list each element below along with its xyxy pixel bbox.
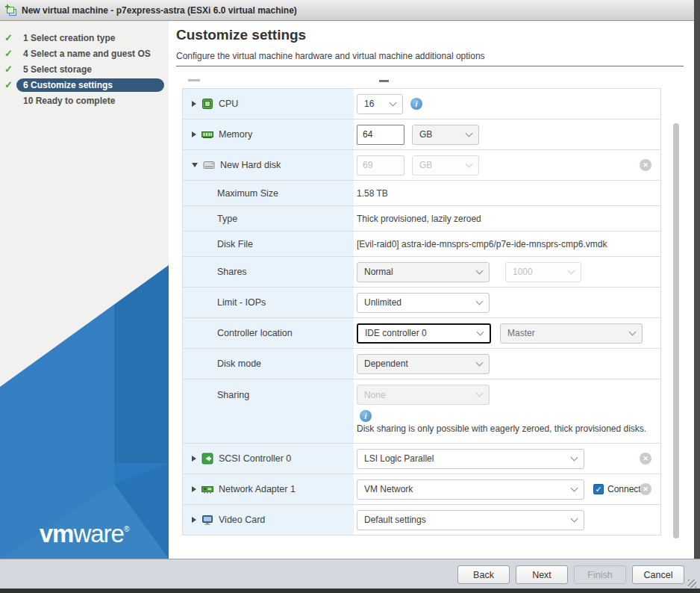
controller-position-select: Master (500, 323, 643, 344)
row-label: CPU (219, 99, 238, 109)
check-icon: ✓ (4, 48, 16, 59)
disk-mode-value-cell: Dependent (354, 349, 660, 379)
chevron-down-icon (476, 267, 484, 274)
scsi-type-select[interactable]: LSI Logic Parallel (357, 449, 584, 469)
step-label: 6 Customize settings (16, 78, 164, 92)
step-select-name-guest-os[interactable]: ✓ 4 Select a name and guest OS (4, 46, 164, 61)
table-row-disk-mode: Disk mode Dependent (183, 349, 660, 379)
vmware-logo: vmware® (0, 520, 169, 548)
resize-grip-icon[interactable] (688, 580, 696, 588)
header-divider (176, 66, 684, 66)
next-button[interactable]: Next (516, 565, 568, 584)
table-row-sharing: Sharing None i Disk sharing is only poss… (183, 379, 660, 444)
hard-disk-row-value-cell: GB ✕ (354, 150, 660, 180)
step-ready-to-complete[interactable]: 10 Ready to complete (4, 93, 164, 108)
shares-count-value: 1000 (513, 267, 533, 277)
scrollbar-thumb[interactable] (673, 123, 679, 538)
network-select[interactable]: VM Network (357, 479, 584, 500)
chevron-down-icon (390, 99, 397, 106)
table-row-network-adapter: Network Adapter 1 VM Network ✓ Connect ✕ (183, 474, 660, 505)
network-adapter-icon (201, 483, 213, 495)
step-label: 1 Select creation type (16, 31, 122, 45)
cpu-count-value: 16 (364, 99, 374, 109)
sharing-value-cell: None i Disk sharing is only possible wit… (354, 379, 660, 443)
window-right-edge (694, 0, 700, 559)
cpu-count-select[interactable]: 16 (357, 94, 403, 114)
memory-row-label-cell: Memory (183, 119, 354, 149)
table-row-type: Type Thick provisioned, lazily zeroed (183, 206, 660, 232)
cancel-button[interactable]: Cancel (632, 565, 684, 584)
clipped-text-fragment (188, 79, 200, 81)
cpu-row-label-cell: CPU (183, 89, 354, 119)
controller-location-value-cell: IDE controller 0 Master (354, 318, 660, 348)
remove-device-icon[interactable]: ✕ (640, 483, 651, 495)
expand-arrow-icon[interactable] (192, 486, 196, 492)
step-select-storage[interactable]: ✓ 5 Select storage (4, 61, 164, 77)
wizard-steps: ✓ 1 Select creation type ✓ 4 Select a na… (4, 30, 164, 108)
page-title: Customize settings (176, 27, 306, 43)
row-label: Disk mode (217, 358, 261, 369)
new-vm-wizard-window: New virtual machine - p7express-astra (E… (0, 0, 700, 593)
window-title: New virtual machine - p7express-astra (E… (22, 5, 297, 16)
table-row-memory: Memory GB (183, 119, 660, 150)
memory-size-input[interactable] (357, 125, 404, 145)
expand-arrow-icon[interactable] (192, 101, 196, 107)
shares-select[interactable]: Normal (357, 262, 490, 282)
remove-device-icon[interactable]: ✕ (640, 453, 651, 465)
network-row-label-cell: Network Adapter 1 (183, 474, 354, 504)
network-value: VM Network (364, 484, 413, 494)
controller-location-label-cell: Controller location (183, 318, 354, 348)
shares-value-cell: Normal 1000 (354, 257, 660, 287)
type-value-cell: Thick provisioned, lazily zeroed (354, 206, 660, 231)
disk-unit-select: GB (412, 155, 479, 176)
step-select-creation-type[interactable]: ✓ 1 Select creation type (4, 30, 164, 46)
disk-file-label-cell: Disk File (183, 232, 354, 256)
row-label: Sharing (217, 390, 249, 400)
shares-count-select: 1000 (505, 262, 581, 282)
video-settings-select[interactable]: Default settings (357, 510, 584, 530)
disk-mode-select[interactable]: Dependent (357, 354, 490, 374)
expand-arrow-icon[interactable] (192, 456, 196, 462)
expand-arrow-icon[interactable] (192, 517, 196, 523)
disk-mode-value: Dependent (364, 358, 408, 369)
network-row-value-cell: VM Network ✓ Connect ✕ (354, 474, 660, 504)
chevron-down-icon (477, 328, 484, 335)
row-label: Limit - IOPs (217, 297, 266, 308)
chevron-down-icon (476, 297, 484, 305)
chevron-down-icon (571, 453, 578, 461)
table-row-cpu: CPU 16 i (183, 89, 660, 119)
controller-select[interactable]: IDE controller 0 (357, 323, 491, 344)
shares-value: Normal (364, 267, 393, 277)
page-subtitle: Configure the virtual machine hardware a… (176, 51, 485, 61)
collapse-arrow-icon[interactable] (192, 163, 198, 167)
row-label: Memory (219, 129, 252, 140)
connect-checkbox[interactable]: ✓ (593, 484, 604, 494)
memory-unit-select[interactable]: GB (412, 125, 479, 145)
controller-value: IDE controller 0 (365, 328, 427, 338)
memory-unit-value: GB (419, 129, 432, 140)
check-icon: ✓ (4, 79, 16, 90)
limit-iops-label-cell: Limit - IOPs (183, 288, 354, 317)
row-label: New Hard disk (220, 160, 281, 170)
scsi-row-value-cell: LSI Logic Parallel ✕ (354, 444, 660, 474)
scsi-type-value: LSI Logic Parallel (364, 453, 434, 464)
titlebar: New virtual machine - p7express-astra (E… (0, 0, 694, 21)
window-bottom-edge (0, 589, 700, 593)
limit-iops-select[interactable]: Unlimited (357, 293, 490, 313)
expand-arrow-icon[interactable] (192, 131, 196, 137)
chevron-down-icon (571, 484, 578, 491)
sharing-note: Disk sharing is only possible with eager… (357, 423, 646, 434)
limit-iops-value-cell: Unlimited (354, 288, 660, 317)
maximum-size-value: 1.58 TB (357, 188, 388, 199)
disk-size-input (357, 155, 404, 176)
finish-button: Finish (574, 565, 626, 584)
maximum-size-label-cell: Maximum Size (183, 181, 354, 205)
new-vm-icon (5, 4, 17, 16)
remove-device-icon[interactable]: ✕ (640, 159, 651, 171)
back-button[interactable]: Back (457, 565, 510, 584)
connect-checkbox-label: Connect (607, 484, 641, 494)
row-label: Shares (217, 267, 247, 277)
step-customize-settings[interactable]: ✓ 6 Customize settings (4, 77, 164, 93)
row-label: Disk File (217, 239, 253, 249)
limit-iops-value: Unlimited (364, 297, 401, 308)
